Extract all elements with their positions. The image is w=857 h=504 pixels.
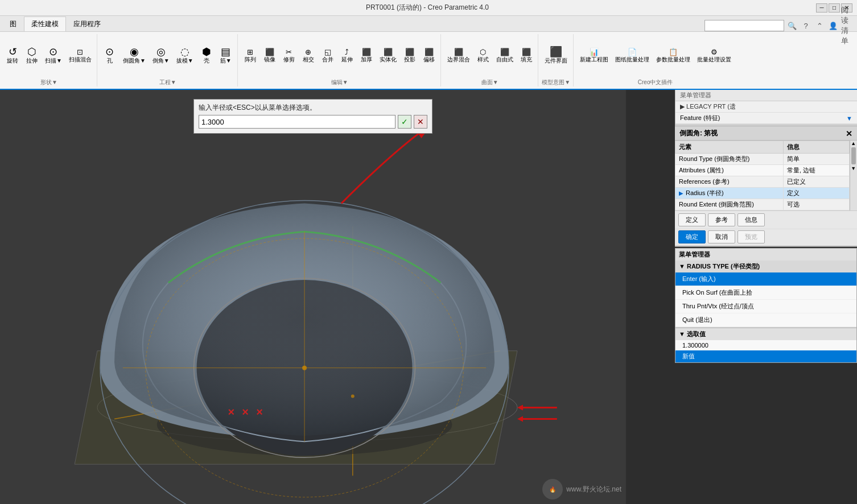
group-creo-plugin-label: Creo中文插件 xyxy=(638,79,673,86)
tab-graph[interactable]: 图 xyxy=(2,16,24,31)
values-panel: ▼ 选取值 1.300000新值 xyxy=(675,328,856,362)
btn-rotate[interactable]: ↺ 旋转 xyxy=(3,45,22,67)
context-menu-item[interactable]: Quit (退出) xyxy=(675,313,856,327)
draft-icon: ◌ xyxy=(180,47,189,57)
group-surface-label: 曲面▼ xyxy=(481,79,498,86)
btn-boundary-blend[interactable]: ⬛ 边界混合 xyxy=(444,47,473,65)
titlebar: PRT0001 (活动的) - Creo Parametric 4.0 ─ □ … xyxy=(0,0,857,16)
btn-chamfer-label: 倒角▼ xyxy=(153,57,170,65)
btn-hole[interactable]: ⊙ 孔 xyxy=(101,45,119,67)
btn-offset[interactable]: ⬛ 偏移 xyxy=(420,47,438,65)
btn-merge-label: 合并 xyxy=(322,56,333,64)
context-menu-item[interactable]: Thru Pnt/Vtx (经过点/顶点 xyxy=(675,300,856,313)
radius-type-section: ▼ RADIUS TYPE (半径类型) Enter (输入)Pick On S… xyxy=(675,261,856,328)
btn-cancel[interactable]: 取消 xyxy=(708,230,735,243)
mirror-icon: ⬛ xyxy=(265,48,274,56)
help-icon[interactable]: ? xyxy=(800,20,811,31)
watermark-logo-text: 🔥 xyxy=(549,486,556,493)
btn-thicken[interactable]: ⬛ 加厚 xyxy=(357,47,376,65)
ribbon-group-surface: ⬛ 边界混合 ⬡ 样式 ⬛ 自由式 ⬛ 填充 曲面▼ xyxy=(442,34,538,86)
round-icon: ◉ xyxy=(130,47,139,57)
btn-sweep-blend[interactable]: ⊡ 扫描混合 xyxy=(66,47,94,65)
fill-icon: ⬛ xyxy=(522,48,531,56)
btn-freestyle[interactable]: ⬛ 自由式 xyxy=(493,47,516,65)
tab-application[interactable]: 应用程序 xyxy=(66,16,108,31)
btn-batch-params[interactable]: 📋 参数批量处理 xyxy=(653,47,693,65)
btn-array[interactable]: ⊞ 阵列 xyxy=(241,47,259,65)
radius-type-header: ▼ RADIUS TYPE (半径类型) xyxy=(675,261,856,272)
btn-ok[interactable]: 确定 xyxy=(678,230,706,243)
feature-dropdown-arrow[interactable]: ▼ xyxy=(846,115,852,122)
btn-batch-settings[interactable]: ⚙ 批量处理设置 xyxy=(694,47,734,65)
search-input[interactable] xyxy=(704,20,784,31)
expand-arrow: ▶ xyxy=(679,190,683,196)
right-panel-area: 菜单管理器 ▶ LEGACY PRT (遗 Feature (特征) ▼ 倒圆角… xyxy=(675,90,857,504)
values-items: 1.300000新值 xyxy=(675,340,856,362)
btn-fill-label: 填充 xyxy=(521,56,532,64)
input-dialog-label: 输入半径或<ESC>以从菜单选择选项。 xyxy=(199,103,427,113)
btn-style[interactable]: ⬡ 样式 xyxy=(474,47,492,65)
prop-table-row[interactable]: Attributes (属性)常量, 边链 xyxy=(675,165,850,176)
input-dialog-row: ✓ ✕ xyxy=(199,115,427,129)
array-icon: ⊞ xyxy=(247,48,253,56)
extend-icon: ⤴ xyxy=(345,48,349,56)
btn-preview[interactable]: 预览 xyxy=(737,230,765,243)
btn-extend[interactable]: ⤴ 延伸 xyxy=(338,47,356,65)
fillet-panel: 倒圆角: 第视 ✕ 元素 信息 Round Type (倒圆角类型)简单Attr… xyxy=(675,127,857,247)
panel-scrollbar[interactable]: ▲ ▼ xyxy=(850,141,857,210)
prop-table-row[interactable]: References (参考)已定义 xyxy=(675,176,850,188)
btn-component-interface[interactable]: ⬛ 元件界面 xyxy=(542,45,570,67)
btn-fill[interactable]: ⬛ 填充 xyxy=(517,47,535,65)
btn-freestyle-label: 自由式 xyxy=(496,56,513,64)
btn-intersect[interactable]: ⊕ 相交 xyxy=(299,47,318,65)
ribbon-tab-bar: 图 柔性建模 应用程序 🔍 ? ⌃ 👤 阅读清单 xyxy=(0,16,857,32)
btn-batch-drawings[interactable]: 📄 图纸批量处理 xyxy=(612,47,652,65)
ribbon-content: ↺ 旋转 ⬡ 拉伸 ⊙ 扫描▼ ⊡ 扫描混合 形状▼ xyxy=(0,32,857,89)
search-icon[interactable]: 🔍 xyxy=(786,20,798,31)
read-list-icon[interactable]: 阅读清单 xyxy=(841,20,852,31)
value-item[interactable]: 1.300000 xyxy=(675,340,856,350)
btn-trim[interactable]: ✂ 修剪 xyxy=(280,47,298,65)
3d-model-svg: × × × xyxy=(0,90,626,504)
thicken-icon: ⬛ xyxy=(362,48,371,56)
radius-input[interactable] xyxy=(199,115,395,129)
maximize-button[interactable]: □ xyxy=(829,3,840,13)
btn-info[interactable]: 信息 xyxy=(737,213,765,226)
expand-icon[interactable]: ⌃ xyxy=(814,20,825,31)
btn-sweep[interactable]: ⊙ 扫描▼ xyxy=(42,45,65,67)
btn-rotate-label: 旋转 xyxy=(7,57,18,65)
btn-hole-label: 孔 xyxy=(107,57,113,65)
btn-define[interactable]: 定义 xyxy=(678,213,706,226)
btn-project[interactable]: ⬛ 投影 xyxy=(401,47,419,65)
offset-icon: ⬛ xyxy=(425,48,434,56)
context-menu-item[interactable]: Enter (输入) xyxy=(675,272,856,286)
fillet-close-button[interactable]: ✕ xyxy=(846,129,852,138)
prop-table-row[interactable]: ▶Radius (半径)定义 xyxy=(675,188,850,199)
btn-extrude[interactable]: ⬡ 拉伸 xyxy=(23,45,41,67)
confirm-button[interactable]: ✓ xyxy=(398,115,411,129)
prop-table-row[interactable]: Round Extent (倒圆角范围)可选 xyxy=(675,199,850,210)
btn-new-drawing[interactable]: 📊 新建工程图 xyxy=(577,47,611,65)
minimize-button[interactable]: ─ xyxy=(816,3,827,13)
btn-round[interactable]: ◉ 倒圆角▼ xyxy=(120,45,149,67)
project-icon: ⬛ xyxy=(405,48,414,56)
ribbon-group-edit: ⊞ 阵列 ⬛ 镜像 ✂ 修剪 ⊕ 相交 ◱ 合并 xyxy=(239,34,441,86)
btn-solidify[interactable]: ⬛ 实体化 xyxy=(377,47,399,65)
context-menu-item[interactable]: Pick On Surf (在曲面上拾 xyxy=(675,286,856,300)
scrollbar-thumb[interactable] xyxy=(851,147,856,164)
prop-table-row[interactable]: Round Type (倒圆角类型)简单 xyxy=(675,154,850,165)
user-icon: 👤 xyxy=(827,20,839,31)
btn-draft[interactable]: ◌ 拔模▼ xyxy=(174,45,196,67)
legacy-prt-row[interactable]: ▶ LEGACY PRT (遗 xyxy=(675,101,857,113)
tab-flexible-modeling[interactable]: 柔性建模 xyxy=(24,16,66,31)
btn-chamfer[interactable]: ◎ 倒角▼ xyxy=(150,45,172,67)
btn-mirror[interactable]: ⬛ 镜像 xyxy=(261,47,279,65)
btn-shell[interactable]: ⬢ 壳 xyxy=(197,45,216,67)
cancel-input-button[interactable]: ✕ xyxy=(414,115,427,129)
value-item[interactable]: 新值 xyxy=(675,350,856,362)
btn-rib[interactable]: ▤ 筋▼ xyxy=(217,45,235,67)
svg-text:×: × xyxy=(242,406,249,418)
btn-reference[interactable]: 参考 xyxy=(708,213,735,226)
btn-merge[interactable]: ◱ 合并 xyxy=(319,47,337,65)
btn-style-label: 样式 xyxy=(477,56,489,64)
